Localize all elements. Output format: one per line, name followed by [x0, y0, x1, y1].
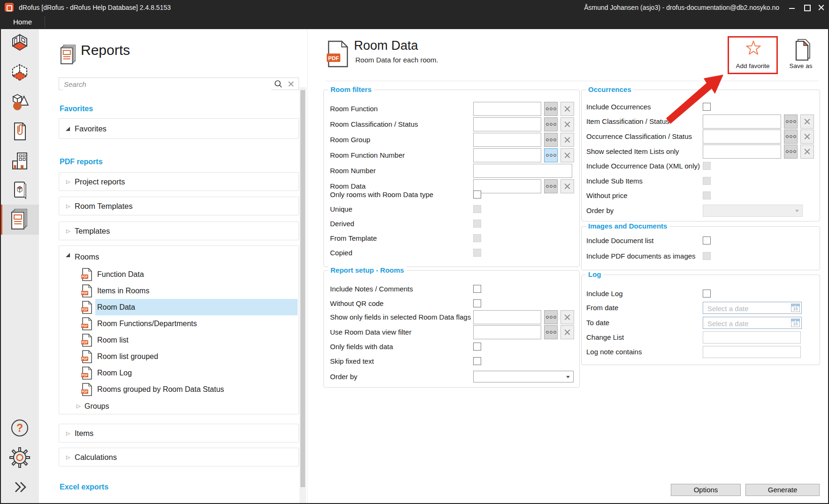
tab-home[interactable]: Home	[6, 15, 39, 29]
occurrence-classification-input[interactable]	[703, 130, 781, 144]
lookup-button[interactable]	[544, 117, 558, 131]
clear-button[interactable]	[560, 117, 574, 131]
reports-panel: Reports Favorites Favorites PDF reports …	[39, 29, 307, 504]
report-item-rooms-grouped-by-status[interactable]: PDF Rooms grouped by Room Data Status	[60, 381, 298, 397]
lookup-button[interactable]	[544, 310, 558, 324]
double-chevron-right-icon	[9, 478, 30, 496]
sidebar-item-items[interactable]	[0, 91, 39, 113]
room-function-number-input[interactable]	[473, 148, 541, 162]
calendar-icon[interactable]: 15	[791, 304, 800, 312]
filter-row: Unique	[324, 205, 579, 214]
log-note-contains-input[interactable]	[703, 346, 801, 358]
sidebar-item-expand[interactable]	[0, 476, 39, 498]
lookup-button[interactable]	[784, 130, 798, 144]
drofus-logo-icon	[5, 3, 14, 12]
include-sub-items-checkbox	[703, 177, 711, 185]
room-classification-input[interactable]	[473, 117, 541, 131]
room-data-view-filter-input[interactable]	[473, 325, 541, 339]
without-qr-code-checkbox[interactable]	[473, 299, 481, 307]
svg-text:PDF: PDF	[328, 55, 339, 61]
group-items[interactable]: ▷ Items	[59, 424, 299, 443]
group-favorites[interactable]: Favorites	[59, 118, 299, 139]
calendar-icon[interactable]: 15	[791, 319, 800, 327]
clear-button[interactable]	[800, 145, 814, 159]
lookup-button[interactable]	[544, 102, 558, 116]
to-date-picker[interactable]: 15	[703, 317, 802, 329]
clear-button[interactable]	[560, 148, 574, 162]
sidebar-item-rooms[interactable]	[0, 31, 39, 54]
search-icon[interactable]	[274, 80, 283, 90]
reports-scrollbar[interactable]	[299, 87, 306, 504]
clear-button[interactable]	[560, 325, 574, 339]
change-list-input[interactable]	[703, 331, 801, 344]
room-group-input[interactable]	[473, 133, 541, 147]
group-templates[interactable]: ▷ Templates	[59, 221, 299, 240]
lookup-button[interactable]	[544, 325, 558, 339]
scrollbar-thumb[interactable]	[300, 90, 305, 487]
expander-collapsed-icon[interactable]: ▷	[66, 454, 70, 460]
order-by-dropdown[interactable]	[473, 371, 574, 382]
report-item-room-functions[interactable]: PDF Room Functions/Departments	[60, 315, 298, 332]
sidebar-item-reports[interactable]	[0, 208, 39, 230]
expander-expanded-icon[interactable]	[66, 253, 70, 257]
page-title: Room Data	[354, 38, 418, 53]
group-room-templates[interactable]: ▷ Room Templates	[59, 197, 299, 215]
add-favorite-button[interactable]: Add favorite	[728, 36, 778, 74]
report-item-function-data[interactable]: PDF Function Data	[60, 266, 298, 283]
panel-divider	[307, 29, 307, 504]
reports-panel-title: Reports	[81, 42, 130, 58]
sidebar-item-settings[interactable]	[0, 446, 39, 469]
report-item-room-log[interactable]: PDF Room Log	[60, 365, 298, 381]
lookup-button-highlighted[interactable]	[544, 148, 558, 162]
expander-collapsed-icon[interactable]: ▷	[77, 403, 80, 409]
only-rooms-with-room-data-type-checkbox[interactable]	[473, 191, 481, 199]
expander-collapsed-icon[interactable]: ▷	[66, 228, 70, 234]
report-item-room-data-selected[interactable]: PDF Room Data	[60, 299, 298, 315]
search-clear-icon[interactable]	[287, 80, 295, 88]
include-notes-checkbox[interactable]	[473, 285, 481, 293]
search-input[interactable]	[63, 78, 271, 90]
report-item-room-list-grouped[interactable]: PDF Room list grouped	[60, 348, 298, 365]
include-document-list-checkbox[interactable]	[703, 237, 711, 244]
skip-fixed-text-checkbox[interactable]	[473, 357, 481, 365]
sidebar-item-item-catalog[interactable]	[0, 178, 39, 201]
clear-button[interactable]	[800, 130, 814, 144]
to-date-input[interactable]	[706, 318, 783, 328]
group-calculations[interactable]: ▷ Calculations	[59, 448, 299, 466]
group-label: Templates	[75, 222, 110, 240]
maximize-icon[interactable]	[801, 0, 813, 15]
save-as-button[interactable]: Save as	[781, 38, 821, 71]
room-function-input[interactable]	[473, 102, 541, 116]
clear-button[interactable]	[800, 115, 814, 129]
lookup-button[interactable]	[784, 115, 798, 129]
clear-button[interactable]	[560, 102, 574, 116]
expander-collapsed-icon[interactable]: ▷	[66, 203, 70, 209]
lookup-button[interactable]	[544, 133, 558, 147]
svg-text:PDF: PDF	[82, 291, 88, 295]
only-fields-with-data-checkbox[interactable]	[473, 343, 481, 351]
group-groups[interactable]: ▷ Groups	[60, 400, 298, 416]
include-log-checkbox[interactable]	[703, 290, 711, 298]
room-data-flags-input[interactable]	[473, 310, 541, 324]
lookup-button[interactable]	[784, 145, 798, 159]
minimize-icon[interactable]	[786, 0, 798, 15]
expander-expanded-icon[interactable]	[66, 127, 70, 131]
clear-button[interactable]	[560, 310, 574, 324]
sidebar-item-help[interactable]: ?	[0, 417, 39, 439]
expander-collapsed-icon[interactable]: ▷	[66, 430, 70, 436]
clear-button[interactable]	[560, 133, 574, 147]
sidebar-item-documents[interactable]	[0, 120, 39, 143]
sidebar-item-buildings[interactable]	[0, 149, 39, 172]
expander-collapsed-icon[interactable]: ▷	[66, 179, 70, 185]
from-date-input[interactable]	[706, 303, 783, 313]
report-item-room-list[interactable]: PDF Room list	[60, 332, 298, 348]
report-item-items-in-rooms[interactable]: PDF Items in Rooms	[60, 283, 298, 299]
generate-button[interactable]: Generate	[745, 484, 820, 496]
from-date-picker[interactable]: 15	[703, 302, 802, 314]
close-icon[interactable]	[815, 0, 827, 15]
sidebar-item-room-templates[interactable]	[0, 61, 39, 84]
item-lists-input[interactable]	[703, 145, 781, 159]
group-project-reports[interactable]: ▷ Project reports	[59, 172, 299, 191]
room-number-input[interactable]	[473, 164, 572, 178]
options-button[interactable]: Options	[671, 484, 741, 496]
